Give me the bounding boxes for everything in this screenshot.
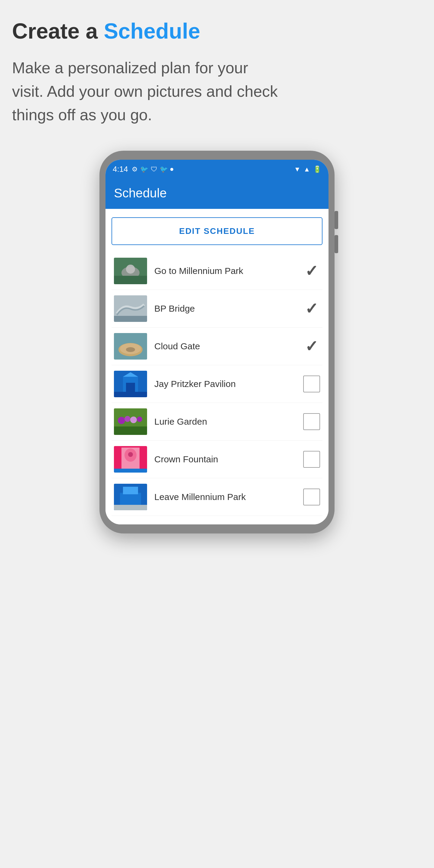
item-label-millennium-park: Go to Millennium Park <box>154 266 303 276</box>
svg-rect-19 <box>114 427 147 435</box>
item-label-cloud-gate: Cloud Gate <box>154 341 303 351</box>
phone-frame: 4:14 ⚙ 🐦 🛡 🐦 <box>99 151 335 533</box>
shield-icon: 🛡 <box>151 165 157 173</box>
item-image-leave-millennium <box>114 484 147 510</box>
item-image-bp-bridge <box>114 296 147 322</box>
svg-point-15 <box>118 417 125 424</box>
item-checkbox-leave-millennium[interactable] <box>303 489 320 505</box>
item-checkbox-cloud-gate[interactable]: ✓ <box>303 338 320 355</box>
item-label-bp-bridge: BP Bridge <box>154 304 303 314</box>
item-image-cloud-gate <box>114 333 147 360</box>
item-checkbox-jay-pritzker[interactable] <box>303 375 320 393</box>
schedule-item: Go to Millennium Park ✓ <box>112 252 322 290</box>
schedule-item: Crown Fountain <box>112 441 322 478</box>
item-checkbox-crown-fountain[interactable] <box>303 451 320 468</box>
svg-rect-12 <box>126 383 135 392</box>
schedule-item: BP Bridge ✓ <box>112 290 322 328</box>
edit-schedule-button[interactable]: EDIT SCHEDULE <box>112 217 322 245</box>
notification-icon-2: 🐦 <box>160 165 168 173</box>
page-container: Create a Schedule Make a personalized pl… <box>0 0 434 546</box>
status-dot <box>170 168 173 171</box>
phone-screen: 4:14 ⚙ 🐦 🛡 🐦 <box>105 160 329 524</box>
status-time: 4:14 <box>113 164 128 174</box>
svg-rect-27 <box>123 487 138 494</box>
title-prefix: Create a <box>12 19 104 43</box>
item-label-crown-fountain: Crown Fountain <box>154 454 303 464</box>
svg-rect-26 <box>120 493 141 506</box>
status-bar-right: ▼ ▲ 🔋 <box>294 165 321 173</box>
status-bar: 4:14 ⚙ 🐦 🛡 🐦 <box>105 160 329 179</box>
app-header-title: Schedule <box>114 186 167 200</box>
status-bar-left: 4:14 ⚙ 🐦 🛡 🐦 <box>113 164 173 174</box>
svg-rect-24 <box>114 469 147 472</box>
schedule-item: Leave Millennium Park <box>112 478 322 516</box>
app-header: Schedule <box>105 179 329 209</box>
svg-point-18 <box>137 416 142 422</box>
item-image-crown-fountain <box>114 446 147 472</box>
item-checkbox-bp-bridge[interactable]: ✓ <box>303 300 320 317</box>
signal-icon: ▲ <box>304 165 310 173</box>
schedule-item: Jay Pritzker Pavilion <box>112 365 322 403</box>
notification-icon-1: 🐦 <box>140 165 148 173</box>
volume-down-button <box>335 235 338 253</box>
item-image-lurie-garden <box>114 408 147 435</box>
checkmark-icon: ✓ <box>305 301 318 316</box>
checkmark-icon: ✓ <box>305 338 318 354</box>
svg-point-17 <box>130 416 137 423</box>
schedule-item: Cloud Gate ✓ <box>112 328 322 365</box>
app-content: EDIT SCHEDULE <box>105 209 329 524</box>
item-image-jay-pritzker <box>114 371 147 397</box>
item-image-millennium-park <box>114 258 147 284</box>
header-section: Create a Schedule Make a personalized pl… <box>12 18 422 127</box>
title-highlight: Schedule <box>104 19 200 43</box>
item-label-lurie-garden: Lurie Garden <box>154 416 303 427</box>
svg-rect-5 <box>114 316 147 322</box>
svg-rect-28 <box>114 505 147 510</box>
battery-icon: 🔋 <box>313 165 321 173</box>
status-icons: ⚙ 🐦 🛡 🐦 <box>132 165 173 173</box>
svg-point-9 <box>126 347 135 352</box>
svg-rect-13 <box>114 392 147 397</box>
svg-point-16 <box>124 416 130 422</box>
schedule-list: Go to Millennium Park ✓ <box>112 252 322 516</box>
svg-rect-2 <box>114 276 147 284</box>
page-subtitle: Make a personalized plan for your visit.… <box>12 56 283 127</box>
schedule-item: Lurie Garden <box>112 403 322 441</box>
item-checkbox-millennium-park[interactable]: ✓ <box>303 262 320 279</box>
svg-point-23 <box>128 452 133 457</box>
phone-mockup-container: 4:14 ⚙ 🐦 🛡 🐦 <box>12 151 422 533</box>
svg-point-3 <box>126 265 135 274</box>
item-label-jay-pritzker: Jay Pritzker Pavilion <box>154 379 303 389</box>
volume-up-button <box>335 211 338 229</box>
item-checkbox-lurie-garden[interactable] <box>303 413 320 430</box>
page-title: Create a Schedule <box>12 18 422 44</box>
checkmark-icon: ✓ <box>305 263 318 279</box>
item-label-leave-millennium: Leave Millennium Park <box>154 492 303 502</box>
wifi-icon: ▼ <box>294 165 301 173</box>
gear-icon: ⚙ <box>132 165 138 173</box>
